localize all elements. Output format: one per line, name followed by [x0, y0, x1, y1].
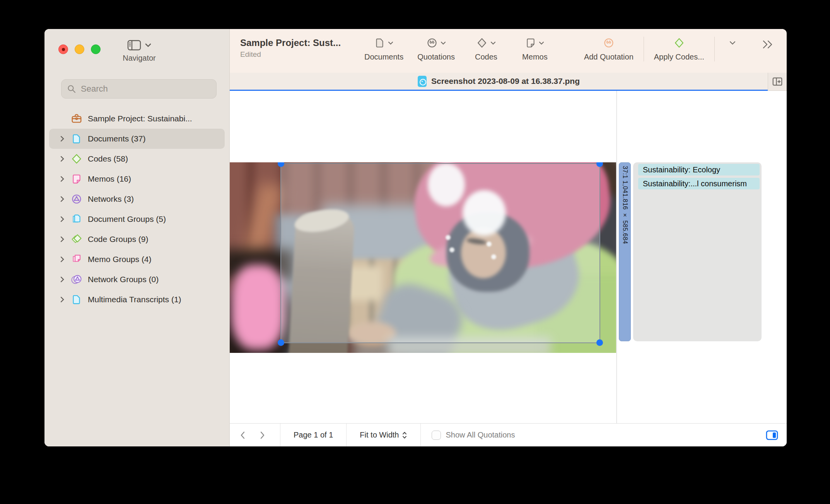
minimize-button[interactable]: [75, 44, 84, 54]
document-icon: [70, 294, 83, 305]
quotations-toolbar-button[interactable]: Quotations: [417, 34, 455, 61]
memo-icon: [70, 174, 83, 184]
edited-status: Edited: [240, 50, 356, 59]
atlasti-window: Navigator: [44, 29, 787, 446]
search-input[interactable]: [80, 83, 211, 94]
add-quotation-icon: [603, 37, 614, 48]
toolbar-button-label: Documents: [364, 53, 403, 61]
main-toolbar: Documents Quotatio: [357, 34, 747, 70]
split-view-plus-icon: [772, 76, 783, 87]
disclosure-chevron-icon[interactable]: [58, 175, 66, 182]
sidebar-item-label: Sample Project: Sustainabi...: [88, 114, 192, 123]
quotation-bar[interactable]: 37:1 1,041.816 × 585.684: [619, 162, 631, 341]
selection-handle-top-left[interactable]: [278, 162, 284, 167]
toolbar-overflow-button[interactable]: [761, 39, 774, 50]
memo-group-icon: [70, 254, 83, 265]
margin-codes-panel: Sustainability: Ecology Sustainability:.…: [633, 162, 762, 341]
sidebar-item-memo-groups[interactable]: Memo Groups (4): [49, 249, 225, 269]
chevron-down-icon: [145, 43, 151, 47]
sidebar-panel-icon: [127, 40, 141, 51]
up-down-chevron-icon: [402, 431, 407, 439]
sidebar-item-multimedia-transcripts[interactable]: Multimedia Transcripts (1): [49, 289, 225, 310]
apply-codes-button[interactable]: Apply Codes...: [654, 34, 704, 61]
sidebar-item-codes[interactable]: Codes (58): [49, 149, 225, 169]
titlebar-toolbar: Sample Project: Sust... Edited: [230, 29, 787, 73]
document-tab-bar: Screenshot 2023-08-09 at 16.38.37.png: [230, 73, 787, 91]
chevron-down-icon: [388, 41, 393, 45]
show-all-quotations-label: Show All Quotations: [446, 431, 515, 439]
quotation-selection-rectangle[interactable]: [280, 163, 600, 343]
toggle-right-panel-button[interactable]: [766, 430, 778, 440]
document-view: 37:1 1,041.816 × 585.684 Sustainability:…: [230, 91, 787, 423]
navigator-label: Navigator: [122, 54, 157, 63]
disclosure-chevron-icon[interactable]: [58, 236, 66, 243]
new-tab-split-button[interactable]: [768, 73, 787, 91]
code-diamond-icon: [70, 153, 83, 164]
sidebar-item-memos[interactable]: Memos (16): [49, 169, 225, 189]
image-document-canvas[interactable]: [230, 162, 616, 353]
apply-codes-diamond-icon: [674, 37, 685, 49]
next-page-button[interactable]: [259, 431, 265, 440]
search-field[interactable]: [61, 79, 217, 99]
zoom-mode-select[interactable]: Fit to Width: [347, 431, 420, 439]
document-group-icon: [70, 213, 83, 225]
disclosure-chevron-icon[interactable]: [58, 216, 66, 223]
quotation-icon: [427, 37, 437, 48]
sidebar-item-label: Codes (58): [88, 154, 128, 163]
disclosure-chevron-icon[interactable]: [58, 296, 66, 303]
page-indicator: Page 1 of 1: [280, 431, 346, 439]
previous-page-button[interactable]: [240, 431, 246, 440]
sidebar-item-documents[interactable]: Documents (37): [49, 129, 225, 149]
navigator-toggle[interactable]: Navigator: [122, 40, 157, 63]
toolbar-button-label: Memos: [522, 53, 548, 61]
disclosure-chevron-icon[interactable]: [58, 155, 66, 162]
collapsed-toolbar-item[interactable]: [725, 34, 740, 51]
image-document-icon: [418, 76, 427, 87]
disclosure-chevron-icon[interactable]: [58, 276, 66, 283]
sidebar-item-code-groups[interactable]: Code Groups (9): [49, 229, 225, 249]
selection-handle-bottom-right[interactable]: [596, 339, 603, 346]
zoom-button[interactable]: [91, 44, 101, 54]
toolbar-separator: [714, 37, 715, 61]
show-all-quotations-checkbox[interactable]: [432, 431, 441, 440]
project-tree: Sample Project: Sustainabi... Documents …: [49, 109, 225, 310]
code-chip-label: Sustainability:...l consumerism: [643, 179, 747, 188]
codes-toolbar-button[interactable]: Codes: [469, 34, 504, 61]
window-title-block: Sample Project: Sust... Edited: [240, 37, 356, 59]
show-all-quotations-control[interactable]: Show All Quotations: [421, 431, 526, 440]
double-chevron-right-icon: [761, 39, 774, 50]
toolbar-button-label: Apply Codes...: [654, 53, 704, 61]
disclosure-chevron-icon[interactable]: [58, 256, 66, 263]
toolbar-button-label: Quotations: [417, 53, 455, 61]
memos-toolbar-button[interactable]: Memos: [517, 34, 552, 61]
document-icon: [70, 133, 83, 144]
sidebar-item-label: Network Groups (0): [88, 275, 159, 284]
sidebar-item-network-groups[interactable]: Network Groups (0): [49, 269, 225, 289]
chevron-down-icon: [539, 41, 544, 45]
code-chip-ecology[interactable]: Sustainability: Ecology: [638, 164, 760, 175]
sidebar-item-document-groups[interactable]: Document Groups (5): [49, 209, 225, 229]
chevron-down-icon: [729, 41, 736, 45]
sidebar-item-networks[interactable]: Networks (3): [49, 189, 225, 209]
briefcase-icon: [70, 113, 83, 124]
disclosure-chevron-icon[interactable]: [58, 135, 66, 142]
disclosure-chevron-icon[interactable]: [58, 196, 66, 203]
selection-handle-bottom-left[interactable]: [278, 339, 284, 346]
document-icon: [375, 37, 385, 49]
memo-icon: [526, 37, 536, 49]
close-button[interactable]: [58, 44, 68, 54]
network-group-icon: [70, 274, 83, 285]
code-diamond-icon: [476, 37, 487, 49]
tab-screenshot-document[interactable]: Screenshot 2023-08-09 at 16.38.37.png: [230, 73, 768, 91]
sidebar-item-label: Documents (37): [88, 134, 145, 143]
desktop: Navigator: [0, 0, 830, 504]
quotation-bar-label: 37:1 1,041.816 × 585.684: [622, 163, 628, 341]
sidebar-item-project[interactable]: Sample Project: Sustainabi...: [49, 109, 225, 129]
code-chip-consumerism[interactable]: Sustainability:...l consumerism: [638, 178, 760, 189]
tab-title: Screenshot 2023-08-09 at 16.38.37.png: [431, 77, 580, 86]
add-quotation-button[interactable]: Add Quotation: [584, 34, 634, 61]
chevron-down-icon: [490, 41, 496, 45]
documents-toolbar-button[interactable]: Documents: [364, 34, 403, 61]
sidebar-item-label: Multimedia Transcripts (1): [88, 295, 181, 304]
navigator-sidebar: Navigator: [44, 29, 230, 446]
